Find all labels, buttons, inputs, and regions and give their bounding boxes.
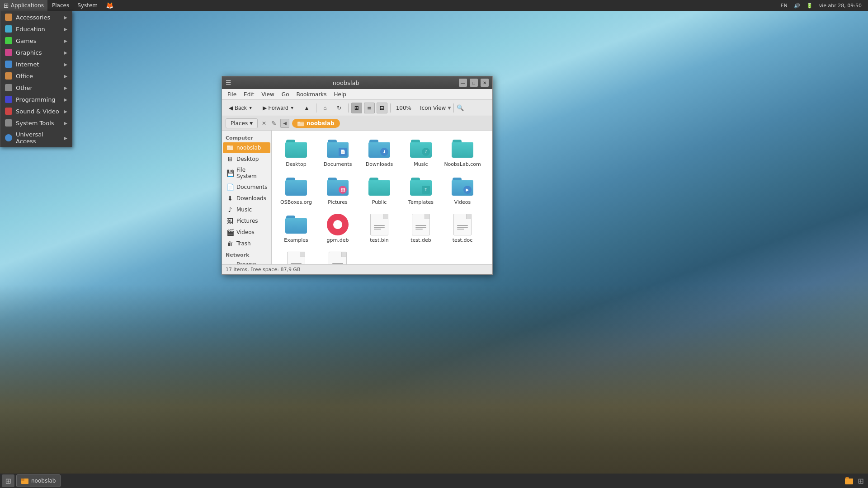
file-item-osboxes[interactable]: OSBoxes.org	[276, 173, 316, 209]
gpm-icon	[327, 214, 349, 235]
menu-bookmarks[interactable]: Bookmarks	[292, 90, 330, 99]
file-item-gpm-deb[interactable]: gpm.deb	[318, 211, 358, 247]
refresh-button[interactable]: ↻	[333, 102, 345, 114]
path-close-button[interactable]: ✕	[260, 120, 268, 127]
sidebar-item-desktop[interactable]: 🖥 Desktop	[223, 154, 270, 164]
places-dropdown-icon: ▼	[250, 121, 253, 126]
back-label: Back	[235, 105, 247, 111]
file-label-osboxes: OSBoxes.org	[280, 199, 312, 205]
file-item-test-bin[interactable]: test.bin	[359, 211, 399, 247]
search-icon[interactable]: 🔍	[457, 104, 464, 111]
taskbar-left: ⊞ noobslab	[0, 474, 61, 487]
compact-view-button[interactable]: ⊟	[377, 103, 387, 113]
sidebar-item-music[interactable]: ♪ Music	[223, 204, 270, 215]
sidebar-item-browse-network[interactable]: 🌐 Browse Net...	[223, 259, 270, 264]
menubar: File Edit View Go Bookmarks Help	[222, 89, 492, 100]
office-label: Office	[16, 73, 33, 80]
view-mode-dropdown-icon[interactable]: ▼	[448, 106, 451, 110]
sidebar-item-trash[interactable]: 🗑 Trash	[223, 238, 270, 249]
menu-item-universal-access[interactable]: Universal Access ▶	[0, 129, 72, 147]
minimize-button[interactable]: —	[459, 79, 467, 87]
file-item-test-sh[interactable]: test.sh	[276, 249, 316, 264]
sidebar-item-documents[interactable]: 📄 Documents	[223, 182, 270, 192]
sidebar-item-downloads[interactable]: ⬇ Downloads	[223, 193, 270, 204]
taskbar-right-icon-2[interactable]: ⊞	[855, 474, 866, 487]
forward-icon: ▶	[263, 105, 267, 111]
menu-item-accessories[interactable]: Accessories ▶	[0, 11, 72, 23]
file-item-downloads[interactable]: ⬇ Downloads	[359, 135, 399, 171]
menu-item-office[interactable]: Office ▶	[0, 70, 72, 82]
system-menu[interactable]: System	[74, 0, 101, 11]
applications-menu[interactable]: ⊞ Applications	[0, 0, 47, 11]
up-button[interactable]: ▲	[300, 102, 314, 114]
file-item-test-doc[interactable]: test.doc	[443, 211, 482, 247]
system-tools-label: System Tools	[16, 120, 54, 127]
file-item-test-txt[interactable]: test.txt	[318, 249, 358, 264]
file-item-examples[interactable]: Examples	[276, 211, 316, 247]
internet-icon	[5, 61, 12, 68]
places-button[interactable]: Places ▼	[226, 118, 258, 128]
menu-item-programming[interactable]: Programming ▶	[0, 94, 72, 105]
music-icon: ♪	[226, 206, 234, 213]
file-item-desktop[interactable]: Desktop	[276, 135, 316, 171]
maximize-button[interactable]: □	[470, 79, 478, 87]
path-edit-button[interactable]: ✎	[270, 119, 278, 128]
system-tools-icon	[5, 119, 12, 127]
menu-item-education[interactable]: Education ▶	[0, 23, 72, 35]
sidebar-item-videos[interactable]: 🎬 Videos	[223, 227, 270, 238]
home-button[interactable]: ⌂	[319, 102, 330, 114]
window-title: noobslab	[236, 80, 456, 86]
file-item-test-deb[interactable]: test.deb	[401, 211, 441, 247]
accessories-arrow: ▶	[64, 15, 67, 20]
back-button[interactable]: ◀ Back ▼	[225, 102, 257, 114]
list-view-button[interactable]: ≡	[364, 103, 375, 113]
sidebar-item-filesystem[interactable]: 💾 File System	[223, 165, 270, 181]
statusbar-text: 17 items, Free space: 87,9 GB	[226, 267, 300, 272]
firefox-icon[interactable]: 🦊	[102, 0, 117, 11]
other-arrow: ▶	[64, 85, 67, 90]
taskbar-start-button[interactable]: ⊞	[2, 474, 14, 487]
file-item-documents[interactable]: 📄 Documents	[318, 135, 358, 171]
file-label-test-doc: test.doc	[453, 237, 472, 243]
taskbar-app-label: noobslab	[31, 478, 56, 484]
menu-item-graphics[interactable]: Graphics ▶	[0, 47, 72, 58]
taskbar-folder-icon	[21, 477, 28, 484]
menu-go[interactable]: Go	[278, 90, 293, 99]
menu-item-internet[interactable]: Internet ▶	[0, 58, 72, 70]
games-arrow: ▶	[64, 38, 67, 43]
close-button[interactable]: ✕	[481, 79, 489, 87]
file-item-music[interactable]: ♪ Music	[401, 135, 441, 171]
file-item-public[interactable]: Public	[359, 173, 399, 209]
menu-view[interactable]: View	[258, 90, 278, 99]
file-item-templates[interactable]: T Templates	[401, 173, 441, 209]
file-item-videos[interactable]: ▶ Videos	[443, 173, 482, 209]
menu-help[interactable]: Help	[330, 90, 350, 99]
taskbar-app-noobslab[interactable]: noobslab	[16, 474, 61, 487]
volume-icon[interactable]: 🔊	[791, 0, 803, 11]
file-item-noobslab[interactable]: NoobsLab.com	[443, 135, 482, 171]
file-label-examples: Examples	[284, 237, 308, 243]
forward-dropdown-icon: ▼	[290, 106, 294, 110]
path-prev-button[interactable]: ◀	[280, 119, 289, 128]
trash-label: Trash	[236, 240, 251, 247]
games-icon	[5, 37, 12, 44]
sidebar-item-pictures[interactable]: 🖼 Pictures	[223, 216, 270, 226]
location-pill[interactable]: noobslab	[292, 119, 340, 128]
icon-view-button[interactable]: ⊞	[351, 103, 362, 113]
menu-item-sound-video[interactable]: Sound & Video ▶	[0, 105, 72, 117]
file-label-documents: Documents	[324, 161, 352, 167]
menu-item-other[interactable]: Other ▶	[0, 82, 72, 94]
titlebar-menu-icon[interactable]: ☰	[226, 79, 231, 86]
file-grid: Desktop 📄 Documents	[272, 131, 492, 264]
file-item-pictures[interactable]: 🖼 Pictures	[318, 173, 358, 209]
places-menu[interactable]: Places	[48, 0, 73, 11]
file-label-downloads: Downloads	[366, 161, 393, 167]
menu-item-games[interactable]: Games ▶	[0, 35, 72, 47]
menu-item-system-tools[interactable]: System Tools ▶	[0, 117, 72, 129]
taskbar-folder-right[interactable]	[844, 474, 854, 487]
menu-edit[interactable]: Edit	[240, 90, 258, 99]
menu-file[interactable]: File	[224, 90, 240, 99]
sidebar-item-noobslab[interactable]: noobslab	[223, 142, 270, 153]
forward-button[interactable]: ▶ Forward ▼	[259, 102, 298, 114]
programming-arrow: ▶	[64, 97, 67, 102]
